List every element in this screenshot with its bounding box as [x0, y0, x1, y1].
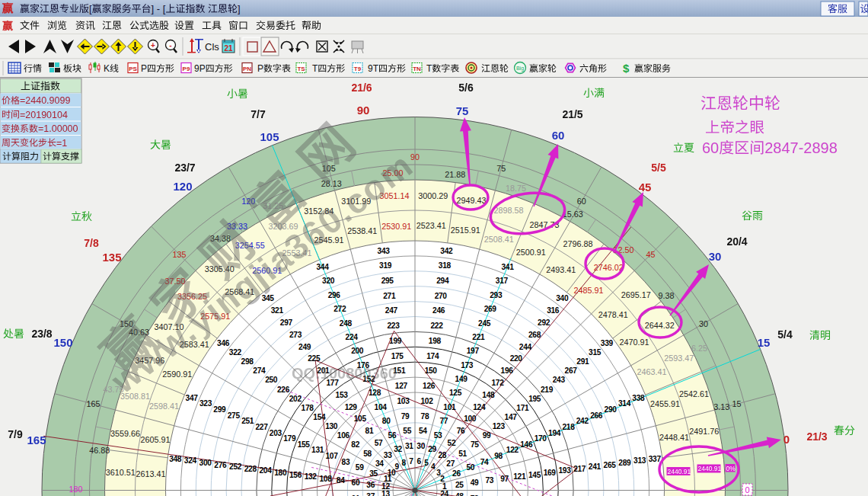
svg-text:102: 102: [420, 397, 433, 405]
svg-text:292: 292: [538, 318, 550, 327]
svg-text:81: 81: [365, 427, 374, 435]
svg-text:346: 346: [217, 339, 230, 347]
svg-text:29: 29: [428, 445, 436, 453]
svg-text:293: 293: [490, 291, 503, 299]
svg-text:4: 4: [431, 462, 436, 471]
svg-text:77: 77: [439, 417, 448, 425]
svg-text:TN: TN: [413, 66, 421, 72]
svg-text:60: 60: [552, 129, 565, 142]
svg-text:132: 132: [305, 472, 318, 481]
svg-text:120: 120: [173, 180, 192, 193]
svg-text:53: 53: [434, 431, 442, 440]
svg-text:103: 103: [397, 397, 410, 405]
svg-text:217: 217: [573, 465, 586, 473]
svg-text:340: 340: [556, 294, 569, 302]
svg-text:QQ:100800360: QQ:100800360: [292, 365, 397, 382]
svg-text:27: 27: [446, 459, 455, 468]
svg-text:265: 265: [604, 461, 617, 469]
svg-text:3.13: 3.13: [713, 402, 729, 411]
svg-text:196: 196: [501, 366, 514, 375]
svg-text:149: 149: [455, 375, 468, 383]
svg-text:180: 180: [274, 469, 287, 477]
svg-text:135: 135: [102, 251, 121, 264]
svg-text:321: 321: [271, 306, 284, 315]
svg-text:=2440.9099: =2440.9099: [20, 95, 70, 106]
svg-text:7/7: 7/7: [251, 108, 266, 120]
svg-text:+: +: [151, 41, 155, 50]
svg-text:35: 35: [369, 469, 378, 478]
svg-text:315: 315: [589, 348, 602, 357]
svg-text:32: 32: [394, 445, 402, 453]
svg-text:46.88: 46.88: [89, 446, 110, 455]
svg-text:322: 322: [229, 348, 242, 357]
svg-text:155: 155: [298, 440, 311, 449]
svg-text:225: 225: [308, 354, 321, 363]
svg-text:108: 108: [319, 475, 332, 483]
svg-text:2500.91: 2500.91: [516, 248, 546, 257]
svg-text:122: 122: [506, 446, 519, 454]
svg-text:199: 199: [389, 337, 402, 345]
svg-text:2: 2: [440, 475, 445, 483]
svg-text:271: 271: [383, 292, 396, 300]
svg-text:34: 34: [375, 459, 384, 468]
svg-text:316: 316: [547, 306, 560, 315]
svg-text:266: 266: [590, 411, 603, 420]
svg-text:2593.47: 2593.47: [664, 354, 694, 363]
svg-text:178: 178: [302, 404, 314, 412]
svg-text:49: 49: [471, 478, 479, 487]
svg-text:194: 194: [548, 429, 561, 437]
svg-text:0%: 0%: [726, 465, 736, 472]
svg-text:324: 324: [184, 456, 197, 465]
svg-text:203: 203: [270, 429, 282, 437]
svg-text:148: 148: [482, 391, 495, 399]
svg-text:226: 226: [277, 386, 290, 394]
svg-text:272: 272: [333, 305, 346, 313]
svg-text:T9: T9: [354, 66, 362, 72]
svg-text:241: 241: [589, 462, 602, 471]
svg-text:2440.91: 2440.91: [668, 468, 691, 475]
svg-text:247: 247: [385, 306, 398, 315]
svg-text:318: 318: [439, 261, 452, 270]
svg-text:242: 242: [576, 417, 589, 425]
svg-text:21/3: 21/3: [806, 430, 827, 443]
svg-text:98: 98: [494, 452, 503, 460]
svg-text:106: 106: [337, 431, 350, 440]
svg-text:83: 83: [342, 458, 350, 466]
svg-text:48: 48: [455, 492, 464, 496]
svg-text:45: 45: [639, 181, 652, 194]
svg-text:150: 150: [53, 336, 72, 349]
svg-text:P: P: [141, 63, 147, 74]
svg-text:2644.32: 2644.32: [645, 321, 675, 330]
svg-text:268: 268: [528, 331, 541, 339]
svg-text:299: 299: [213, 405, 226, 414]
svg-text:175: 175: [391, 352, 404, 360]
svg-text:21: 21: [224, 44, 233, 53]
svg-text:76: 76: [457, 427, 465, 435]
svg-text:276: 276: [214, 461, 227, 469]
svg-text:219: 219: [541, 386, 554, 394]
svg-text:PN: PN: [243, 66, 251, 72]
svg-text:180: 180: [69, 485, 82, 494]
svg-text:75: 75: [496, 164, 506, 173]
svg-text:198: 198: [429, 337, 442, 345]
svg-text:36: 36: [366, 481, 375, 489]
svg-text:173: 173: [461, 361, 474, 370]
svg-text:121: 121: [513, 472, 526, 481]
svg-text:2448.41: 2448.41: [659, 433, 689, 442]
svg-text:204: 204: [259, 466, 272, 475]
svg-text:343: 343: [378, 247, 391, 255]
svg-text:200: 200: [351, 347, 364, 355]
svg-text:275: 275: [228, 411, 241, 420]
svg-text:=1: =1: [56, 138, 67, 149]
svg-text:245: 245: [478, 319, 491, 328]
svg-text:2605.91: 2605.91: [140, 435, 170, 444]
svg-text:323: 323: [199, 399, 212, 408]
svg-text:218: 218: [562, 423, 575, 431]
svg-text:344: 344: [316, 263, 329, 271]
svg-text:147: 147: [505, 413, 518, 421]
svg-text:294: 294: [436, 277, 449, 285]
svg-text:252: 252: [229, 462, 242, 471]
svg-text:13: 13: [381, 490, 390, 496]
svg-text:7: 7: [409, 457, 413, 466]
svg-text:174: 174: [426, 352, 439, 360]
